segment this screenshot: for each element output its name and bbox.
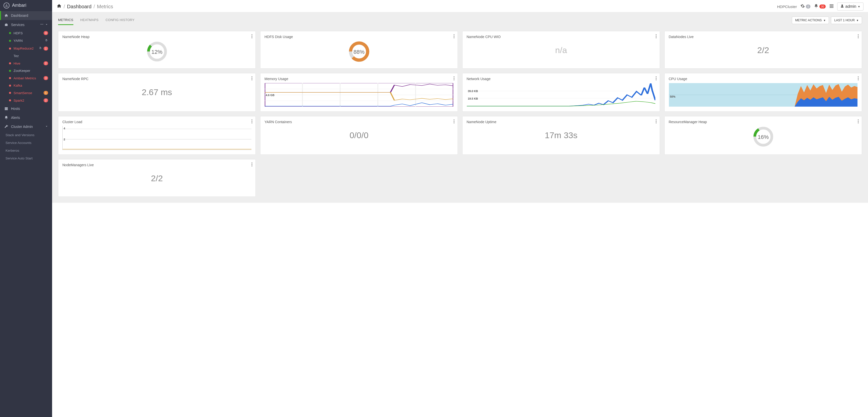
card-menu-icon[interactable] (251, 119, 252, 124)
card-cluster-load[interactable]: Cluster Load 4 2 (58, 116, 256, 155)
apps-button[interactable] (829, 4, 834, 9)
card-menu-icon[interactable] (858, 119, 859, 124)
service-label: Kafka (13, 84, 22, 87)
caret-down-icon: ▼ (823, 19, 826, 22)
card-menu-icon[interactable] (251, 76, 252, 82)
card-menu-icon[interactable] (656, 76, 657, 82)
metrics-grid: NameNode Heap 12% HDFS Disk Usage 88% (52, 25, 868, 203)
card-network-usage[interactable]: Network Usage 39.0 KB 19.5 KB (462, 73, 660, 111)
alerts-button[interactable]: 30 (814, 4, 826, 9)
svg-point-24 (656, 37, 657, 38)
service-label: ZooKeeper (13, 69, 30, 72)
card-menu-icon[interactable] (251, 162, 252, 167)
svg-rect-6 (830, 6, 831, 7)
service-label: SmartSense (13, 91, 32, 95)
refresh-icon[interactable] (38, 46, 42, 51)
tab-config-history[interactable]: CONFIG HISTORY (106, 15, 135, 25)
sidebar-service-kafka[interactable]: Kafka (6, 82, 52, 89)
card-namenode-heap[interactable]: NameNode Heap 12% (58, 31, 256, 69)
svg-point-26 (858, 36, 859, 37)
svg-point-57 (454, 119, 455, 120)
nav-alerts-label: Alerts (11, 116, 20, 120)
ops-button[interactable]: 0 (800, 4, 810, 9)
card-title: NameNode Uptime (467, 120, 656, 124)
svg-point-33 (454, 79, 455, 81)
sidebar-service-mapreduce2[interactable]: MapReduce21 (6, 44, 52, 52)
user-menu[interactable]: admin ▼ (837, 2, 864, 10)
card-value: 17m 33s (467, 130, 656, 140)
nav-services[interactable]: Services (0, 20, 52, 29)
tab-metrics[interactable]: METRICS (58, 15, 73, 25)
svg-rect-9 (830, 7, 831, 8)
nav-hosts[interactable]: Hosts (0, 104, 52, 113)
service-label: Tez (13, 54, 19, 58)
card-title: CPU Usage (669, 77, 858, 81)
svg-point-14 (251, 37, 252, 38)
sidebar-service-spark2[interactable]: Spark22 (6, 97, 52, 104)
ellipsis-icon[interactable] (40, 23, 43, 27)
card-nodemanagers-live[interactable]: NodeManagers Live 2/2 (58, 159, 256, 197)
card-cpu-usage[interactable]: CPU Usage 50% (664, 73, 862, 111)
svg-point-68 (251, 162, 252, 163)
sidebar-service-hdfs[interactable]: HDFS3 (6, 29, 52, 37)
cluster-name[interactable]: HDPCluster (777, 4, 797, 9)
donut-value: 16% (757, 134, 769, 140)
chevron-down-icon[interactable] (45, 23, 48, 27)
brand-name: Ambari (12, 3, 26, 8)
tabs-row: METRICS HEATMAPS CONFIG HISTORY METRIC A… (52, 12, 868, 25)
card-menu-icon[interactable] (251, 34, 252, 39)
status-dot-icon (9, 40, 11, 42)
sidebar-service-yarn[interactable]: YARN (6, 37, 52, 44)
card-datanodes-live[interactable]: DataNodes Live 2/2 (664, 31, 862, 69)
refresh-icon[interactable] (44, 38, 48, 43)
chart-label: 4 (64, 127, 65, 130)
card-menu-icon[interactable] (858, 34, 859, 39)
card-menu-icon[interactable] (858, 76, 859, 82)
svg-point-70 (251, 165, 252, 166)
card-namenode-cpu-wio[interactable]: NameNode CPU WIO n/a (462, 31, 660, 69)
card-yarn-containers[interactable]: YARN Containers 0/0/0 (260, 116, 458, 155)
metric-actions-button[interactable]: METRIC ACTIONS ▼ (792, 17, 829, 24)
service-label: YARN (13, 39, 23, 42)
nav-cluster-admin[interactable]: Cluster Admin (0, 122, 52, 131)
card-rm-heap[interactable]: ResourceManager Heap 16% (664, 116, 862, 155)
status-dot-icon (9, 70, 11, 72)
card-value: 0/0/0 (265, 130, 454, 140)
alert-badge: 3 (43, 31, 48, 35)
time-range-button[interactable]: LAST 1 HOUR ▼ (831, 17, 862, 24)
breadcrumb-current: Metrics (97, 4, 113, 9)
card-hdfs-disk-usage[interactable]: HDFS Disk Usage 88% (260, 31, 458, 69)
cluster-admin-kerberos[interactable]: Kerberos (0, 147, 52, 154)
sidebar-service-smartsense[interactable]: SmartSense1 (6, 89, 52, 97)
card-menu-icon[interactable] (454, 76, 455, 82)
card-namenode-uptime[interactable]: NameNode Uptime 17m 33s (462, 116, 660, 155)
service-label: HDFS (13, 31, 23, 35)
service-label: Ambari Metrics (13, 76, 36, 80)
sidebar-service-tez[interactable]: Tez (6, 52, 52, 60)
breadcrumb-dashboard[interactable]: Dashboard (67, 4, 92, 9)
service-label: Spark2 (13, 99, 24, 102)
svg-point-59 (454, 122, 455, 123)
sidebar-service-hive[interactable]: Hive2 (6, 60, 52, 67)
card-memory-usage[interactable]: Memory Usage 4.6 GB (260, 73, 458, 111)
card-menu-icon[interactable] (656, 119, 657, 124)
tab-heatmaps[interactable]: HEATMAPS (81, 15, 99, 25)
sidebar-service-ambari-metrics[interactable]: Ambari Metrics3 (6, 74, 52, 82)
card-title: Cluster Load (62, 120, 251, 124)
home-icon[interactable] (57, 3, 62, 10)
brand-logo[interactable]: Ambari (0, 0, 52, 11)
sidebar-service-zookeeper[interactable]: ZooKeeper (6, 67, 52, 74)
card-title: YARN Containers (265, 120, 454, 124)
cluster-admin-stack-and-versions[interactable]: Stack and Versions (0, 131, 52, 139)
card-menu-icon[interactable] (454, 119, 455, 124)
breadcrumb-sep: / (93, 4, 95, 9)
svg-point-17 (454, 34, 455, 35)
cluster-admin-service-accounts[interactable]: Service Accounts (0, 139, 52, 147)
svg-point-69 (251, 164, 252, 165)
nav-alerts[interactable]: Alerts (0, 113, 52, 122)
card-menu-icon[interactable] (656, 34, 657, 39)
card-namenode-rpc[interactable]: NameNode RPC 2.67 ms (58, 73, 256, 111)
card-menu-icon[interactable] (454, 34, 455, 39)
cluster-admin-service-auto-start[interactable]: Service Auto Start (0, 154, 52, 162)
nav-dashboard[interactable]: Dashboard (0, 11, 52, 20)
